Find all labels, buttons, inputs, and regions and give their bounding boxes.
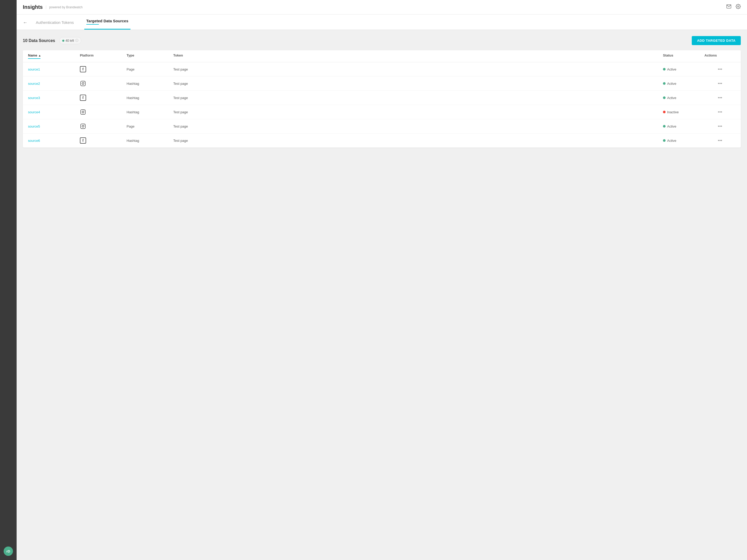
cell-name-source5: source5 bbox=[28, 124, 80, 128]
cell-platform: f bbox=[80, 66, 127, 72]
source-link-source3[interactable]: source3 bbox=[28, 96, 40, 100]
cell-name-source2: source2 bbox=[28, 81, 80, 85]
cell-actions: ••• bbox=[704, 109, 736, 115]
cell-platform: f bbox=[80, 95, 127, 101]
mail-icon[interactable] bbox=[726, 4, 731, 10]
quota-left-label: 40 left bbox=[66, 39, 74, 43]
facebook-icon: f bbox=[80, 95, 86, 101]
source-link-source2[interactable]: source2 bbox=[28, 82, 40, 85]
settings-icon[interactable] bbox=[736, 4, 741, 10]
sidebar: rD bbox=[0, 0, 17, 560]
back-button[interactable]: ← bbox=[23, 20, 27, 30]
cell-type: Page bbox=[127, 125, 173, 128]
th-name[interactable]: Name ▲ bbox=[28, 53, 80, 59]
cell-actions: ••• bbox=[704, 95, 736, 101]
cell-platform: f bbox=[80, 137, 127, 144]
status-label: Active bbox=[667, 125, 676, 128]
data-source-count: 10 Data Sources bbox=[23, 38, 55, 43]
status-dot bbox=[663, 97, 666, 99]
svg-point-7 bbox=[84, 110, 84, 111]
cell-status: Active bbox=[663, 125, 704, 128]
th-status[interactable]: Status bbox=[663, 53, 704, 59]
table-header: Name ▲ Platform Type Token Status Action… bbox=[23, 50, 741, 62]
svg-point-6 bbox=[82, 111, 84, 113]
svg-point-3 bbox=[82, 82, 84, 84]
row-actions-button[interactable]: ••• bbox=[716, 80, 724, 87]
cell-type: Hashtag bbox=[127, 96, 173, 100]
app-title: Insights bbox=[23, 4, 43, 10]
header-nav: ← Authentication Tokens Targeted Data So… bbox=[17, 15, 747, 30]
row-actions-button[interactable]: ••• bbox=[716, 95, 724, 101]
cell-token: Test page bbox=[173, 110, 663, 114]
cell-name-source4: source4 bbox=[28, 110, 80, 114]
cell-platform bbox=[80, 123, 127, 129]
svg-rect-8 bbox=[81, 124, 85, 129]
th-platform[interactable]: Platform bbox=[80, 53, 127, 59]
row-actions-button[interactable]: ••• bbox=[716, 109, 724, 115]
topbar: Insights powered by Brandwatch bbox=[17, 0, 747, 15]
status-dot bbox=[663, 82, 666, 85]
th-actions: Actions bbox=[704, 53, 736, 59]
svg-point-10 bbox=[84, 125, 84, 125]
cell-token: Test page bbox=[173, 139, 663, 142]
tab-targeted-data-sources[interactable]: Targeted Data Sources bbox=[84, 15, 130, 30]
quota-info-icon[interactable]: ⓘ bbox=[75, 38, 78, 43]
main-area: Insights powered by Brandwatch ← Au bbox=[17, 0, 747, 560]
cell-actions: ••• bbox=[704, 80, 736, 87]
data-table: Name ▲ Platform Type Token Status Action… bbox=[23, 50, 741, 148]
source-link-source4[interactable]: source4 bbox=[28, 110, 40, 114]
quota-badge: 40 left ⓘ bbox=[59, 37, 81, 44]
quota-dot bbox=[62, 40, 64, 42]
table-row: source6fHashtagTest pageActive••• bbox=[23, 134, 741, 148]
avatar-initials: rD bbox=[6, 550, 10, 553]
cell-token: Test page bbox=[173, 82, 663, 85]
add-targeted-data-button[interactable]: ADD TARGETED DATA bbox=[692, 36, 741, 45]
table-row: source2 HashtagTest pageActive••• bbox=[23, 77, 741, 91]
cell-token: Test page bbox=[173, 125, 663, 128]
source-link-source1[interactable]: source1 bbox=[28, 68, 40, 71]
cell-platform bbox=[80, 109, 127, 115]
content-area: 10 Data Sources 40 left ⓘ ADD TARGETED D… bbox=[17, 30, 747, 560]
cell-status: Active bbox=[663, 96, 704, 100]
svg-point-9 bbox=[82, 125, 84, 127]
status-dot bbox=[663, 111, 666, 113]
cell-name-source3: source3 bbox=[28, 96, 80, 100]
svg-rect-5 bbox=[81, 110, 85, 114]
instagram-icon bbox=[80, 109, 86, 115]
tab-authentication-tokens[interactable]: Authentication Tokens bbox=[34, 16, 76, 30]
cell-actions: ••• bbox=[704, 137, 736, 144]
summary-row: 10 Data Sources 40 left ⓘ ADD TARGETED D… bbox=[23, 36, 741, 45]
cell-status: Active bbox=[663, 82, 704, 85]
source-link-source5[interactable]: source5 bbox=[28, 125, 40, 128]
svg-point-4 bbox=[84, 82, 84, 82]
th-type[interactable]: Type bbox=[127, 53, 173, 59]
sort-arrow-icon: ▲ bbox=[38, 54, 41, 57]
cell-name-source6: source6 bbox=[28, 138, 80, 142]
row-actions-button[interactable]: ••• bbox=[716, 66, 724, 73]
cell-token: Test page bbox=[173, 68, 663, 71]
th-token[interactable]: Token bbox=[173, 53, 663, 59]
table-row: source5 PageTest pageActive••• bbox=[23, 119, 741, 134]
svg-point-1 bbox=[738, 6, 739, 7]
cell-type: Page bbox=[127, 68, 173, 71]
cell-actions: ••• bbox=[704, 66, 736, 73]
row-actions-button[interactable]: ••• bbox=[716, 123, 724, 130]
topbar-actions bbox=[726, 4, 741, 10]
cell-name-source1: source1 bbox=[28, 67, 80, 71]
status-label: Active bbox=[667, 139, 676, 142]
row-actions-button[interactable]: ••• bbox=[716, 137, 724, 144]
table-row: source3fHashtagTest pageActive••• bbox=[23, 91, 741, 105]
status-dot bbox=[663, 125, 666, 128]
facebook-icon: f bbox=[80, 66, 86, 72]
status-dot bbox=[663, 68, 666, 71]
user-avatar[interactable]: rD bbox=[4, 546, 13, 556]
cell-status: Active bbox=[663, 139, 704, 142]
powered-by-label: powered by Brandwatch bbox=[46, 5, 83, 9]
cell-status: Active bbox=[663, 68, 704, 71]
svg-rect-2 bbox=[81, 81, 85, 86]
source-link-source6[interactable]: source6 bbox=[28, 139, 40, 142]
status-label: Active bbox=[667, 82, 676, 85]
cell-platform bbox=[80, 80, 127, 87]
cell-token: Test page bbox=[173, 96, 663, 100]
table-row: source4 HashtagTest pageInactive••• bbox=[23, 105, 741, 119]
